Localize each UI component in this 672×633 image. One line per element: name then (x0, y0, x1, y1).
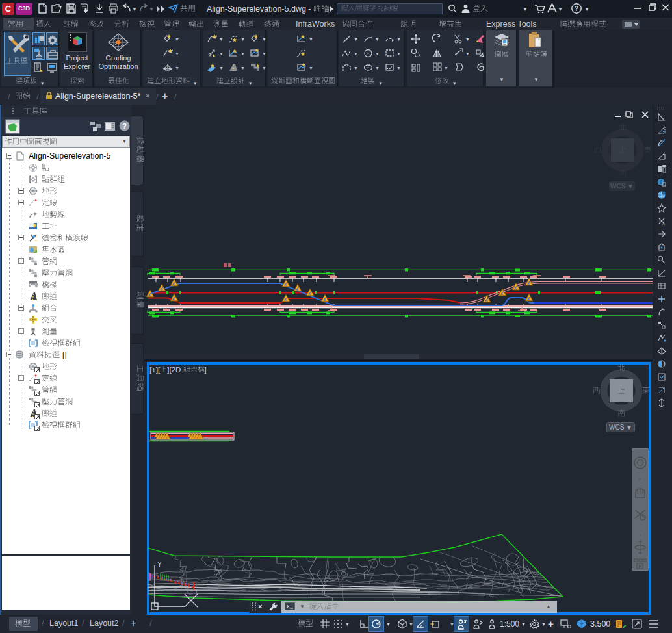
svg-text:A: A (662, 222, 665, 226)
svg-text:Y: Y (157, 561, 162, 568)
svg-text:?: ? (575, 5, 578, 12)
svg-text:?: ? (122, 122, 127, 130)
